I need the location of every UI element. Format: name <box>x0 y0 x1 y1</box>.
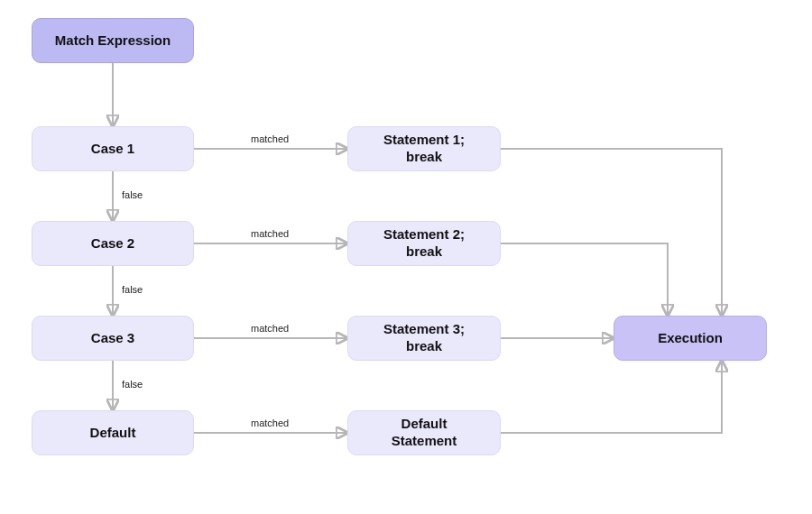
node-statement-1: Statement 1; break <box>347 126 501 171</box>
node-label: Statement 1; break <box>383 132 465 166</box>
edge-label-matched-2: matched <box>251 228 289 239</box>
node-statement-3: Statement 3; break <box>347 316 501 361</box>
node-label: Default Statement <box>392 416 457 450</box>
node-default-statement: Default Statement <box>347 410 501 455</box>
node-case-2: Case 2 <box>32 221 194 266</box>
node-default: Default <box>32 410 194 455</box>
edge-label-false-2: false <box>122 284 143 295</box>
edge-label-matched-1: matched <box>251 133 289 144</box>
node-execution: Execution <box>614 316 767 361</box>
node-label: Match Expression <box>55 32 171 50</box>
node-label: Statement 3; break <box>383 321 465 355</box>
node-case-1: Case 1 <box>32 126 194 171</box>
node-label: Statement 2; break <box>383 226 465 261</box>
node-match-expression: Match Expression <box>32 18 194 63</box>
node-statement-2: Statement 2; break <box>347 221 501 266</box>
node-case-3: Case 3 <box>32 316 194 361</box>
node-label: Execution <box>658 330 723 347</box>
edge-label-matched-4: matched <box>251 418 289 428</box>
node-label: Case 2 <box>91 235 134 252</box>
edge-label-matched-3: matched <box>251 323 289 334</box>
edge-label-false-1: false <box>122 189 143 200</box>
node-label: Case 3 <box>91 330 134 347</box>
node-label: Case 1 <box>91 141 134 158</box>
node-label: Default <box>90 425 136 442</box>
edge-label-false-3: false <box>122 379 143 390</box>
